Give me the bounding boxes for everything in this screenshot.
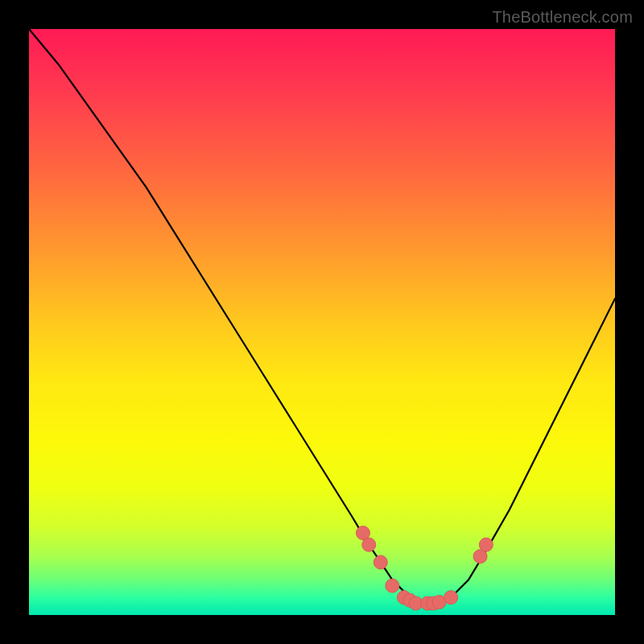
marker-point bbox=[386, 579, 399, 592]
highlight-markers bbox=[356, 526, 493, 610]
marker-point bbox=[479, 538, 493, 551]
marker-point bbox=[362, 538, 376, 551]
chart-frame: TheBottleneck.com bbox=[0, 0, 644, 644]
marker-point bbox=[374, 555, 387, 569]
curve-layer bbox=[29, 29, 615, 615]
plot-area bbox=[29, 29, 615, 615]
marker-point bbox=[444, 591, 458, 605]
bottleneck-curve bbox=[29, 29, 615, 603]
watermark-text: TheBottleneck.com bbox=[492, 8, 633, 27]
